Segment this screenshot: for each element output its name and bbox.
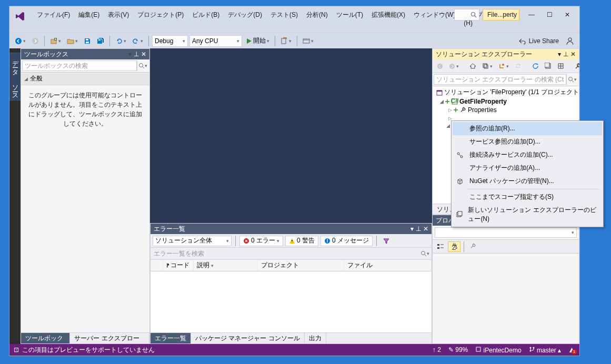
errors-filter[interactable]: 0 エラー▾ (239, 236, 283, 246)
cm-scope-to-this[interactable]: ここまでスコープ指定する(S) (453, 190, 602, 204)
svg-point-21 (437, 64, 443, 69)
menu-analyze[interactable]: 分析(N) (302, 8, 332, 29)
status-branch[interactable]: master ▴ (529, 346, 561, 354)
start-button[interactable]: 開始▾ (244, 35, 272, 46)
sol-fwd[interactable]: ▾ (447, 62, 461, 70)
menu-edit[interactable]: 編集(E) (74, 8, 104, 29)
filter-button[interactable] (380, 236, 392, 246)
tb-extra2[interactable]: ▾ (301, 36, 316, 46)
account-button[interactable] (564, 36, 576, 46)
warnings-filter[interactable]: 0 警告 (285, 236, 318, 246)
menu-build[interactable]: ビルド(B) (188, 8, 224, 29)
cm-add-service-reference[interactable]: サービス参照の追加(D)... (453, 135, 602, 148)
menu-extensions[interactable]: 拡張機能(X) (367, 8, 409, 29)
status-publish[interactable]: ↑ 2 (433, 346, 441, 353)
prop-alphabetical[interactable]: AZ (448, 241, 460, 252)
sol-showall[interactable] (555, 62, 566, 70)
tree-properties[interactable]: ▷Properties (433, 106, 579, 114)
solution-search-input[interactable] (434, 74, 566, 85)
maximize-button[interactable]: ☐ (540, 8, 558, 21)
svg-point-13 (568, 38, 572, 41)
config-combo[interactable]: Debug▾ (152, 35, 188, 47)
nav-back-button[interactable]: ▾ (13, 36, 28, 46)
tree-project[interactable]: ◢C#GetFileProperty (433, 97, 579, 106)
sol-sync[interactable] (513, 62, 524, 70)
cm-add-analyzer[interactable]: アナライザーの追加(A)... (453, 161, 602, 175)
error-scope-combo[interactable]: ソリューション全体▾ (153, 236, 232, 246)
error-toolbar: ソリューション全体▾ 0 エラー▾ 0 警告 i0 メッセージ (151, 234, 432, 248)
tb-extra1[interactable]: ▾ (278, 36, 294, 46)
col-proj[interactable]: プロジェクト (258, 260, 344, 271)
cm-new-solution-view[interactable]: 新しいソリューション エクスプローラーのビュー(N) (453, 204, 602, 226)
menu-tools[interactable]: ツール(T) (332, 8, 367, 29)
pin-icon[interactable]: ⊥ (134, 50, 139, 58)
svg-point-22 (449, 64, 455, 69)
status-changes[interactable]: ✎ 99% (448, 346, 468, 353)
sol-home[interactable] (467, 62, 478, 70)
tab-output[interactable]: 出力 (305, 333, 326, 343)
tree-solution[interactable]: ソリューション 'FileProperty' (1/1 プロジェクト) (433, 87, 579, 97)
undo-button[interactable]: ▾ (113, 36, 128, 46)
sol-switch[interactable]: ▾ (480, 62, 495, 70)
tab-pmc[interactable]: パッケージ マネージャー コンソール (191, 333, 305, 343)
status-icon: ⊡ (14, 346, 19, 353)
tab-toolbox[interactable]: ツールボックス (21, 333, 70, 343)
cm-add-reference[interactable]: 参照の追加(R)... (453, 122, 602, 135)
tab-server-explorer[interactable]: サーバー エクスプローラー (70, 333, 149, 343)
svg-rect-11 (303, 39, 309, 43)
sol-pending[interactable]: ▾ (496, 62, 511, 70)
menu-debug[interactable]: デバッグ(D) (224, 8, 266, 29)
properties-object-combo[interactable]: ▾ (435, 227, 577, 238)
search-icon[interactable] (420, 250, 427, 257)
pin-icon[interactable]: ⊥ (563, 50, 568, 58)
tab-errorlist[interactable]: エラー一覧 (151, 333, 191, 343)
solution-search: ▾ (433, 73, 579, 86)
platform-combo[interactable]: Any CPU▾ (189, 35, 242, 47)
solution-search-button[interactable]: ▾ (566, 74, 578, 85)
sol-refresh[interactable] (530, 62, 541, 70)
messages-filter[interactable]: i0 メッセージ (320, 236, 373, 246)
sol-back[interactable] (435, 62, 445, 70)
menu-test[interactable]: テスト(S) (266, 8, 302, 29)
live-share-button[interactable]: Live Share (515, 36, 562, 46)
pin-icon[interactable]: ⊥ (416, 225, 421, 232)
close-icon[interactable]: ✕ (423, 225, 428, 232)
toolbox-search-input[interactable] (22, 60, 137, 71)
sol-properties[interactable] (573, 62, 579, 70)
menu-window[interactable]: ウィンドウ(W) (409, 8, 459, 29)
close-icon[interactable]: ✕ (570, 50, 576, 58)
col-file[interactable]: ファイル (344, 260, 432, 271)
minimize-button[interactable]: — (523, 8, 540, 21)
redo-button[interactable]: ▾ (130, 36, 145, 46)
new-view-icon (456, 211, 463, 218)
datasource-tab[interactable]: データ ソース (9, 48, 21, 344)
open-button[interactable]: ▾ (65, 36, 80, 46)
save-all-button[interactable] (95, 36, 106, 46)
menu-project[interactable]: プロジェクト(P) (133, 8, 188, 29)
status-repo[interactable]: iPentecDemo (475, 346, 521, 354)
window-pos-icon[interactable]: ▾ (128, 50, 132, 58)
file-badge[interactable]: File...perty (483, 9, 519, 21)
cm-add-connected-service[interactable]: 接続済みサービスの追加(C)... (453, 148, 602, 161)
sol-collapse[interactable] (543, 62, 554, 70)
close-icon[interactable]: ✕ (141, 50, 146, 58)
toolbox-group-general[interactable]: ◢全般 (21, 73, 149, 85)
quick-launch[interactable] (454, 9, 479, 21)
nav-fwd-button[interactable] (29, 36, 41, 46)
window-pos-icon[interactable]: ▾ (410, 225, 414, 232)
col-icon[interactable] (151, 260, 163, 271)
toolbox-search-button[interactable]: ▾ (137, 60, 148, 71)
status-notifications[interactable]: 1 (568, 347, 575, 353)
new-project-button[interactable]: ▾ (48, 36, 63, 46)
col-code[interactable]: ⁋コード (163, 260, 194, 271)
error-search-input[interactable] (153, 249, 420, 258)
menu-view[interactable]: 表示(V) (104, 8, 133, 29)
prop-categorized[interactable] (435, 242, 446, 251)
cm-manage-nuget[interactable]: NuGet パッケージの管理(N)... (453, 175, 602, 188)
col-desc[interactable]: 説明▾ (194, 260, 258, 271)
prop-wrench[interactable] (467, 242, 478, 251)
menu-file[interactable]: ファイル(F) (33, 8, 74, 29)
close-button[interactable]: ✕ (558, 8, 576, 21)
window-pos-icon[interactable]: ▾ (558, 50, 561, 58)
save-button[interactable] (82, 36, 93, 46)
